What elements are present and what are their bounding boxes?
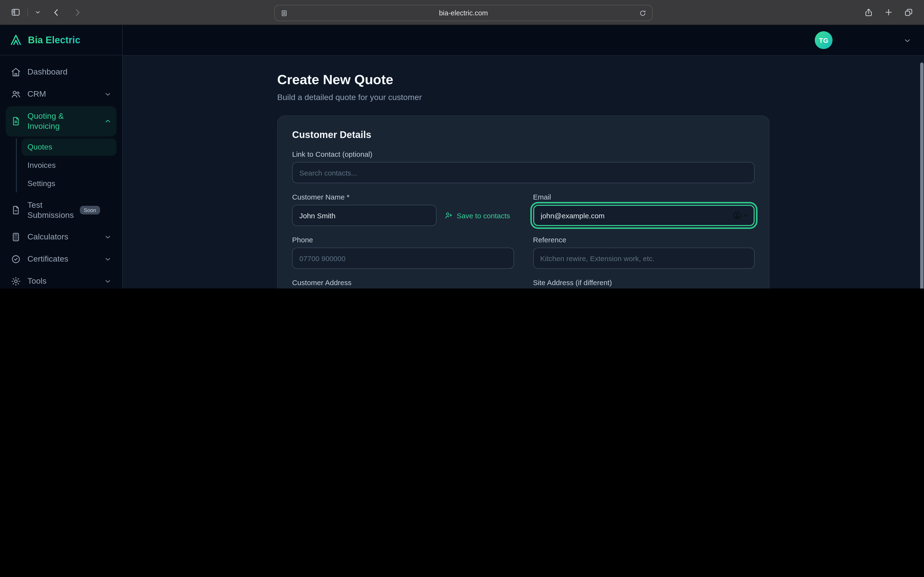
sidebar-item-dashboard[interactable]: Dashboard (6, 62, 116, 82)
logo-icon (9, 33, 23, 47)
link-contact-label: Link to Contact (optional) (292, 150, 754, 158)
email-input[interactable] (533, 205, 754, 226)
sidebar-item-crm[interactable]: CRM (6, 84, 116, 104)
browser-chrome: bia-electric.com (0, 0, 924, 25)
new-tab-icon[interactable] (884, 8, 893, 17)
chevron-up-icon (104, 118, 111, 125)
home-icon (11, 67, 21, 77)
gear-icon (11, 276, 21, 287)
sidebar: Bia Electric Dashboard CRM Quoting & Inv… (0, 25, 123, 288)
url-bar[interactable]: bia-electric.com (274, 5, 653, 21)
users-icon (11, 89, 21, 100)
submenu-item-settings[interactable]: Settings (22, 175, 116, 192)
reference-input[interactable] (533, 248, 754, 269)
submenu-item-invoices[interactable]: Invoices (22, 156, 116, 174)
phone-label: Phone (292, 235, 514, 244)
customer-details-heading: Customer Details (292, 129, 754, 140)
phone-input[interactable] (292, 248, 514, 269)
customer-details-card: Customer Details Link to Contact (option… (277, 115, 769, 288)
brand[interactable]: Bia Electric (0, 25, 122, 55)
page-title: Create New Quote (277, 72, 769, 87)
customer-name-input[interactable] (292, 205, 436, 226)
sidebar-item-test-submissions[interactable]: Test Submissions Soon (6, 195, 116, 225)
share-icon[interactable] (864, 8, 874, 17)
submenu-item-quotes[interactable]: Quotes (22, 138, 116, 156)
chevron-down-icon (104, 233, 111, 241)
email-label: Email (533, 193, 754, 201)
sidebar-panel-icon[interactable] (11, 7, 21, 17)
scrollbar-thumb[interactable] (920, 63, 924, 288)
sidebar-item-tools[interactable]: Tools (6, 271, 116, 288)
screen: bia-electric.com (0, 0, 924, 288)
chevron-down-icon (104, 255, 111, 263)
chevron-down-icon (104, 277, 111, 285)
calculator-icon (11, 232, 21, 242)
chevron-down-icon[interactable] (35, 9, 41, 15)
user-plus-icon (444, 211, 453, 220)
contact-autofill-icon[interactable] (732, 211, 748, 220)
page-subtitle: Build a detailed quote for your customer (277, 93, 769, 102)
reload-icon[interactable] (639, 10, 646, 16)
file-text-icon (11, 116, 21, 127)
customer-address-label: Customer Address (292, 279, 514, 287)
file-icon (11, 205, 21, 215)
chevron-down-icon[interactable] (903, 37, 911, 45)
brand-name: Bia Electric (28, 34, 80, 45)
divider (27, 8, 28, 16)
topbar: TG (123, 25, 924, 56)
main-content: Create New Quote Build a detailed quote … (123, 56, 924, 288)
tabs-icon[interactable] (904, 8, 913, 17)
chevron-down-icon (104, 90, 111, 98)
sidebar-item-calculators[interactable]: Calculators (6, 227, 116, 247)
quoting-submenu: Quotes Invoices Settings (16, 138, 116, 192)
url-text: bia-electric.com (439, 9, 488, 17)
avatar[interactable]: TG (815, 31, 833, 49)
sidebar-nav: Dashboard CRM Quoting & Invoicing Quotes… (0, 55, 122, 288)
reference-label: Reference (533, 235, 754, 244)
sidebar-item-quoting-invoicing[interactable]: Quoting & Invoicing (6, 106, 116, 136)
search-contacts-input[interactable] (292, 162, 754, 183)
sidebar-item-certificates[interactable]: Certificates (6, 249, 116, 269)
badge-check-icon (11, 254, 21, 264)
save-to-contacts-link[interactable]: Save to contacts (444, 211, 510, 220)
customer-name-label: Customer Name * (292, 193, 514, 201)
forward-icon[interactable] (73, 8, 82, 17)
back-icon[interactable] (52, 8, 61, 17)
site-address-label: Site Address (if different) (533, 279, 754, 287)
page-icon[interactable] (281, 10, 288, 16)
soon-badge: Soon (80, 206, 100, 214)
